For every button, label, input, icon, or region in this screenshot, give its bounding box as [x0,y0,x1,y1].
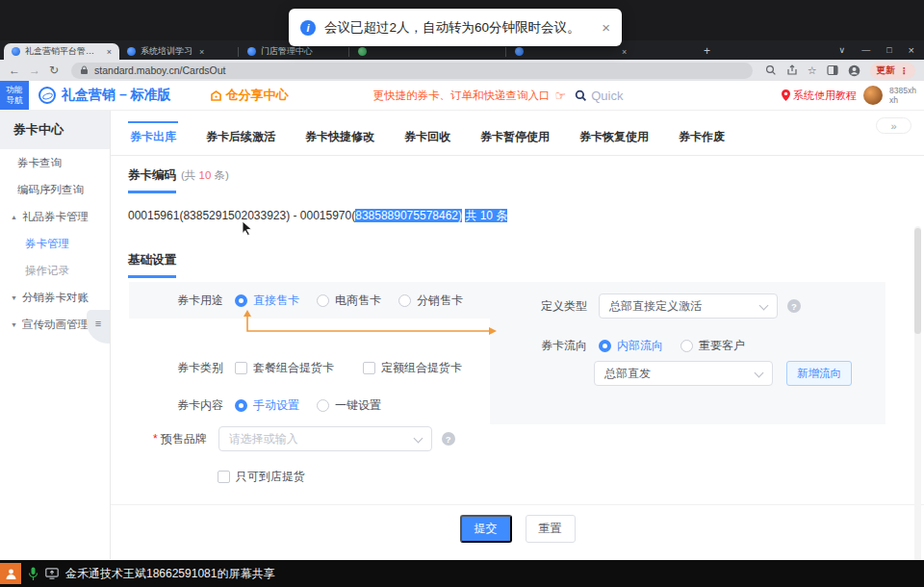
checkbox-icon[interactable] [235,362,247,374]
radio-one-click-setup[interactable]: 一键设置 [317,397,381,414]
tab-close-icon[interactable]: × [107,47,112,57]
zoom-icon[interactable] [765,64,777,76]
radio-manual-setup[interactable]: 手动设置 [235,397,299,414]
radio-icon[interactable] [317,294,329,307]
radio-selected-icon[interactable] [235,399,247,412]
tab-card-outbound[interactable]: 券卡出库 [128,121,178,155]
kebab-menu-icon[interactable]: ⋮ [900,65,910,76]
function-nav-button[interactable]: 功能 导航 [0,81,29,110]
radio-distribution-sale[interactable]: 分销售卡 [398,293,463,309]
radio-icon[interactable] [680,340,693,352]
tab-card-recycle[interactable]: 券卡回收 [402,121,452,155]
checkbox-store-pickup-only[interactable]: 只可到店提货 [218,469,305,485]
share-center-label: 仓分享中心 [226,87,289,104]
flow-annotation-arrow [241,309,500,338]
select-value: 总部直发 [604,366,651,382]
window-maximize-icon[interactable]: □ [886,45,891,55]
update-label: 更新 [877,64,895,77]
chevron-down-icon [413,434,423,444]
count-value: 10 [199,169,212,181]
caret-down-icon: ▼ [11,321,17,328]
radio-icon[interactable] [317,399,329,412]
tutorial-link[interactable]: 系统使用教程 [782,89,857,103]
side-panel-icon[interactable] [827,64,838,76]
sidebar-group-gift-card-mgmt[interactable]: ▲ 礼品券卡管理 [0,203,110,230]
presale-brand-select[interactable]: 请选择或输入 [218,426,432,451]
radio-direct-sale[interactable]: 直接售卡 [235,293,299,309]
browser-tab-gift-admin[interactable]: 礼盒营销平台管理中心 × [4,43,119,60]
checkbox-fixed-amount-combo-card[interactable]: 定额组合提货卡 [363,360,462,376]
sidebar-collapse-handle[interactable]: ≡ [87,310,110,344]
app-logo-icon [38,87,56,104]
header-right: 系统使用教程 8385xh xh [782,86,924,105]
user-name: 8385xh [889,86,916,95]
reset-button[interactable]: 重置 [526,515,576,543]
quick-label: Quick [591,89,623,103]
window-menu-icon[interactable]: ∨ [839,45,846,55]
chevron-down-icon [755,369,764,378]
define-type-row: 定义类型 总部直接定义激活 ? [541,294,801,319]
user-names: 8385xh xh [889,86,916,105]
sidebar-item-label: 券卡查询 [17,156,62,170]
checkbox-icon[interactable] [218,471,230,483]
toolbar-icons: ☆ 更新 ⋮ [765,63,915,79]
help-icon[interactable]: ? [787,299,801,313]
radio-selected-icon[interactable] [599,340,611,352]
chrome-update-button[interactable]: 更新 ⋮ [870,63,916,79]
form-actions: 提交 重置 [111,515,924,543]
radio-selected-icon[interactable] [235,294,247,307]
flow-target-select[interactable]: 总部直发 [594,361,773,386]
define-type-select[interactable]: 总部直接定义激活 [599,294,778,319]
reload-icon[interactable]: ↻ [49,64,59,76]
radio-icon[interactable] [398,294,411,307]
radio-internal-flow[interactable]: 内部流向 [599,338,663,354]
radio-ecommerce-sale[interactable]: 电商售卡 [317,293,381,309]
tab-close-icon[interactable]: × [199,47,204,57]
sidebar-item-label: 礼品券卡管理 [22,210,89,224]
tab-title: 门店管理中心 [261,45,313,58]
scrollbar-thumb[interactable] [914,228,921,334]
checkbox-icon[interactable] [363,362,375,374]
back-icon[interactable]: ← [9,64,20,76]
share-center-link[interactable]: 仓分享中心 [210,87,289,104]
address-bar[interactable]: standard.maboy.cn/CardsOut [71,63,753,79]
web-page: 功能 导航 礼盒营销 – 标准版 仓分享中心 更快捷的券卡、订单和快递查询入口 … [0,81,924,560]
window-close-icon[interactable]: × [909,44,914,56]
share-icon[interactable] [786,64,798,76]
quick-search[interactable]: Quick [575,89,623,103]
section-count: (共 10 条) [181,169,229,181]
sidebar-item-card-query[interactable]: 券卡查询 [0,149,110,176]
help-icon[interactable]: ? [442,432,455,446]
tab-close-icon[interactable]: × [622,47,627,57]
sidebar-item-operation-log[interactable]: 操作记录 [0,257,110,284]
tab-favicon-icon [515,47,524,56]
profile-icon[interactable] [848,64,860,77]
add-flow-button[interactable]: 新增流向 [786,361,852,386]
bookmark-star-icon[interactable]: ☆ [808,64,817,77]
caret-down-icon: ▼ [11,294,17,301]
page-scrollbar[interactable] [914,226,921,560]
tab-card-followup-activate[interactable]: 券卡后续激活 [204,121,277,155]
tab-card-void[interactable]: 券卡作废 [677,121,727,155]
checkbox-package-combo-card[interactable]: 套餐组合提货卡 [235,360,334,376]
sidebar-item-card-management[interactable]: 券卡管理 [0,230,110,257]
sidebar-group-distribution-reconcile[interactable]: ▼ 分销券卡对账 [0,284,110,311]
toast-close-icon[interactable]: × [602,19,610,36]
card-usage-label: 券卡用途 [177,293,223,309]
browser-tab-training[interactable]: 系统培训学习 × [119,43,237,60]
card-content-row: 券卡内容 手动设置 一键设置 [177,397,398,414]
user-avatar[interactable] [863,86,883,105]
new-tab-button[interactable]: + [704,44,710,58]
tab-card-restore[interactable]: 券卡恢复使用 [578,121,651,155]
select-placeholder: 请选择或输入 [229,431,298,447]
tab-card-quick-edit[interactable]: 券卡快捷修改 [303,121,376,155]
radio-important-customer[interactable]: 重要客户 [680,338,745,354]
submit-button[interactable]: 提交 [460,515,512,543]
forward-icon[interactable]: → [29,64,40,76]
sidebar-item-code-sequence-query[interactable]: 编码序列查询 [0,176,110,203]
main-content: » 券卡出库 券卡后续激活 券卡快捷修改 券卡回收 券卡暂停使用 券卡恢复使用 … [111,111,924,559]
tab-favicon-icon [358,47,367,56]
window-minimize-icon[interactable]: — [861,45,870,55]
info-icon: i [300,20,316,36]
tab-card-suspend[interactable]: 券卡暂停使用 [478,121,552,155]
